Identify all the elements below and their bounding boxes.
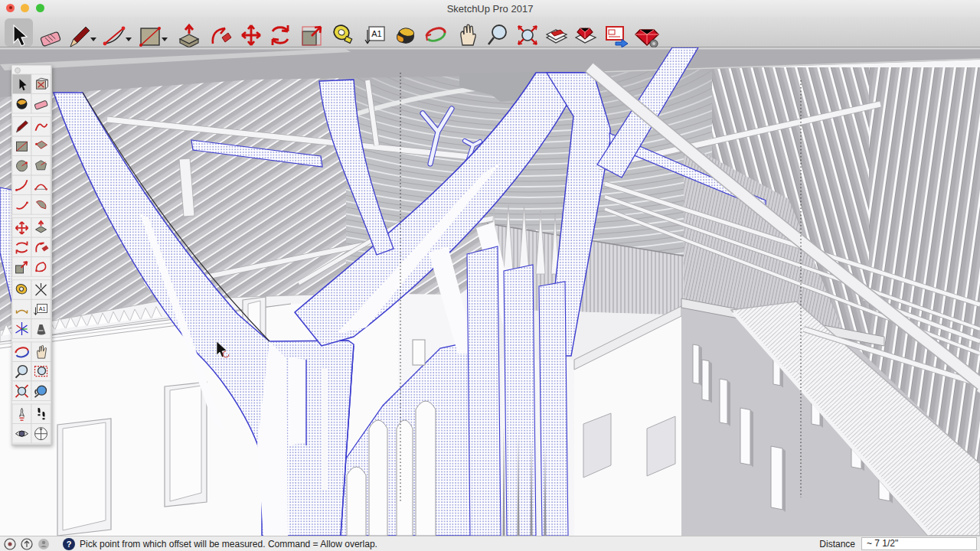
svg-text:A1: A1 <box>371 29 381 38</box>
svg-text:A1: A1 <box>39 306 46 311</box>
svg-text:?: ? <box>67 540 72 549</box>
